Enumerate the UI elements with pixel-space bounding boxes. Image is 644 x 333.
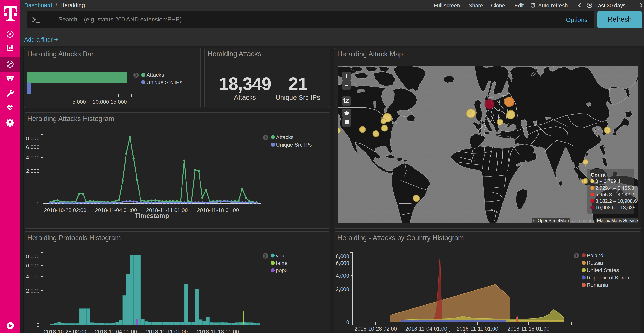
svg-text:Poland: Poland	[587, 252, 603, 258]
svg-text:10,000: 10,000	[92, 99, 109, 105]
svg-text:6,000: 6,000	[26, 263, 40, 268]
svg-text:pop3: pop3	[276, 267, 288, 273]
svg-text:8,000: 8,000	[26, 253, 40, 259]
svg-text:15,000: 15,000	[110, 99, 127, 105]
svg-text:10,908.6 – 13,635: 10,908.6 – 13,635	[595, 205, 636, 210]
svg-text:Heralding Protocols Histogram: Heralding Protocols Histogram	[27, 234, 121, 242]
svg-text:0: 0	[36, 322, 40, 328]
svg-text:6,000: 6,000	[336, 260, 349, 266]
svg-text:Unique Src IPs: Unique Src IPs	[276, 142, 312, 148]
svg-text:Elastic Maps Service: Elastic Maps Service	[597, 218, 638, 223]
svg-text:0: 0	[346, 319, 349, 325]
svg-text:4,000: 4,000	[26, 155, 40, 161]
svg-text:2,000: 2,000	[336, 286, 349, 292]
svg-text:4,000: 4,000	[26, 273, 40, 279]
svg-text:2018-11-18 01:00: 2018-11-18 01:00	[197, 207, 239, 213]
svg-text:telnet: telnet	[276, 260, 289, 266]
svg-text:2,729.4 – 5,455.8: 2,729.4 – 5,455.8	[595, 185, 634, 191]
svg-text:0: 0	[36, 201, 40, 207]
svg-text:Timestamp: Timestamp	[445, 330, 479, 333]
svg-text:5,000: 5,000	[72, 99, 86, 105]
svg-text:8,000: 8,000	[336, 253, 349, 259]
svg-text:Russia: Russia	[587, 260, 603, 266]
svg-text:Heralding - Attacks by Country: Heralding - Attacks by Country Histogram	[337, 234, 464, 242]
svg-text:Count: Count	[591, 172, 606, 178]
svg-text:Heralding Attack Map: Heralding Attack Map	[337, 50, 403, 58]
svg-text:2018-11-18 01:00: 2018-11-18 01:00	[508, 326, 550, 332]
svg-text:Republic of Korea: Republic of Korea	[587, 275, 630, 281]
svg-text:Romania: Romania	[587, 282, 608, 288]
svg-text:6,000: 6,000	[26, 144, 40, 150]
svg-text:2018-10-28 02:00: 2018-10-28 02:00	[44, 328, 86, 333]
svg-text:Heralding Attacks Bar: Heralding Attacks Bar	[27, 50, 94, 58]
svg-text:8,182.2 – 10,908.6: 8,182.2 – 10,908.6	[595, 198, 637, 204]
svg-text:3 – 2,729.4: 3 – 2,729.4	[595, 178, 620, 184]
svg-text:2018-11-04 01:00: 2018-11-04 01:00	[95, 328, 137, 333]
svg-text:vnc: vnc	[276, 253, 284, 259]
svg-text:Heralding Attacks Histogram: Heralding Attacks Histogram	[27, 115, 114, 123]
svg-text:Attacks: Attacks	[276, 134, 294, 140]
svg-text:2018-11-11 01:00: 2018-11-11 01:00	[146, 328, 188, 333]
svg-text:2018-11-18 01:00: 2018-11-18 01:00	[197, 328, 239, 333]
svg-text:5,455.8 – 8,182.2: 5,455.8 – 8,182.2	[595, 192, 634, 197]
svg-text:4,000: 4,000	[336, 273, 349, 279]
svg-text:2018-10-28 02:00: 2018-10-28 02:00	[44, 207, 86, 213]
svg-text:Timestamp: Timestamp	[135, 212, 169, 219]
svg-text:© OpenStreetMap: © OpenStreetMap	[533, 218, 569, 223]
svg-text:2,000: 2,000	[26, 288, 40, 294]
svg-text:8,000: 8,000	[26, 135, 40, 141]
svg-text:Attacks: Attacks	[146, 72, 164, 78]
svg-text:2,000: 2,000	[26, 168, 40, 174]
svg-text:2018-11-04 01:00: 2018-11-04 01:00	[95, 207, 137, 213]
svg-text:United States: United States	[587, 267, 619, 273]
svg-text:contributors,: contributors,	[570, 218, 595, 223]
svg-text:Unique Src IPs: Unique Src IPs	[146, 79, 182, 85]
svg-text:2018-10-28 02:00: 2018-10-28 02:00	[354, 326, 397, 332]
svg-text:2018-11-04 01:00: 2018-11-04 01:00	[406, 326, 447, 332]
